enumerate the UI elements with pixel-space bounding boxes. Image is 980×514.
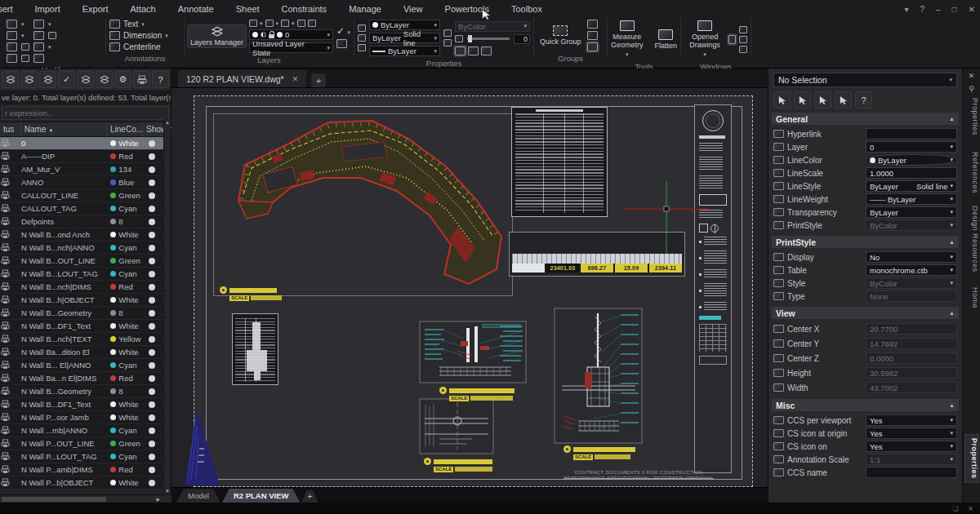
- restore-icon[interactable]: ❏: [952, 505, 958, 512]
- modify-tool-icon[interactable]: [7, 20, 17, 29]
- layer-row[interactable]: AM_Mur_V 134: [0, 163, 171, 176]
- layer-row[interactable]: N Wall Ba...dition El White: [0, 346, 171, 359]
- layer-show-toggle[interactable]: [143, 441, 161, 447]
- property-value[interactable]: 1.0000 ▾: [866, 167, 957, 179]
- fill-color-icon[interactable]: [358, 24, 366, 32]
- modify-tool-icon[interactable]: [7, 42, 17, 51]
- help-button[interactable]: ?: [855, 91, 872, 109]
- modify-tool-icon[interactable]: [21, 43, 29, 51]
- layer-show-toggle[interactable]: [143, 219, 161, 225]
- menu-item[interactable]: Constraints: [281, 4, 327, 14]
- opened-drawings-button[interactable]: Opened Drawings▾: [684, 20, 725, 60]
- layer-color-swatch[interactable]: [107, 297, 118, 303]
- property-value[interactable]: 0.0000 ▾: [866, 352, 957, 364]
- tab-properties-active[interactable]: Properties: [964, 434, 979, 483]
- layer-tool-icon[interactable]: [297, 20, 305, 27]
- layer-color-swatch[interactable]: [107, 166, 118, 172]
- scroll-right-icon[interactable]: ▶: [156, 496, 160, 502]
- property-value[interactable]: —— ByLayer ▾: [866, 193, 957, 205]
- layer-show-toggle[interactable]: [143, 375, 161, 382]
- layer-show-toggle[interactable]: [143, 336, 161, 343]
- layer-row[interactable]: CALLOUT_TAG Cyan: [0, 202, 171, 215]
- column-status[interactable]: tus: [0, 122, 21, 136]
- layer-show-toggle[interactable]: [143, 140, 161, 147]
- layer-row[interactable]: ANNO Blue: [0, 176, 171, 189]
- layer-row[interactable]: 0 White: [0, 137, 171, 150]
- layer-color-swatch[interactable]: [107, 401, 118, 407]
- layer-color-swatch[interactable]: [107, 467, 118, 472]
- layer-color-swatch[interactable]: [107, 480, 118, 485]
- property-value[interactable]: 30.5982 ▾: [866, 367, 957, 379]
- layer-color-swatch[interactable]: [107, 271, 118, 277]
- collapse-icon[interactable]: ▲: [949, 310, 955, 316]
- layer-color-swatch[interactable]: [107, 258, 118, 264]
- select-previous-button[interactable]: [835, 91, 852, 109]
- menu-item[interactable]: View: [403, 4, 423, 14]
- layer-color-swatch[interactable]: [107, 206, 118, 211]
- layer-show-toggle[interactable]: [143, 193, 161, 199]
- layer-row[interactable]: N Wall P...oor Jamb White: [0, 411, 171, 424]
- layer-row[interactable]: A------DIP Red: [0, 150, 171, 163]
- modify-tool-icon[interactable]: [7, 31, 17, 40]
- property-value[interactable]: ▾: [866, 128, 957, 140]
- vertical-scrollbar[interactable]: ▲▼: [163, 119, 171, 494]
- purge-layer-button[interactable]: [96, 71, 113, 88]
- tab-home[interactable]: Home: [964, 287, 979, 308]
- section-header-view[interactable]: View ▲: [772, 307, 959, 319]
- close-tab-icon[interactable]: ✕: [292, 75, 299, 83]
- layer-row[interactable]: CALLOUT_LINE Green: [0, 189, 171, 202]
- property-value[interactable]: None ▾: [866, 290, 957, 302]
- paste-properties-icon[interactable]: [481, 47, 492, 55]
- delete-layer-button[interactable]: [20, 71, 38, 88]
- layer-row[interactable]: N Wall B...LOUT_TAG Cyan: [0, 268, 171, 281]
- quick-group-button[interactable]: Quick Group: [537, 24, 584, 47]
- scroll-up-icon[interactable]: ▲: [165, 120, 170, 125]
- new-sheet-button[interactable]: +: [301, 490, 318, 503]
- column-show[interactable]: Show: [143, 122, 161, 136]
- select-entities-button[interactable]: [773, 91, 791, 109]
- menu-item[interactable]: Manage: [349, 4, 381, 14]
- flatten-button[interactable]: Flatten: [653, 29, 680, 51]
- switch-window-icon[interactable]: [728, 35, 736, 44]
- layer-row[interactable]: N Wall P...amb|DIMS Red: [0, 463, 171, 476]
- layer-show-toggle[interactable]: [143, 166, 161, 173]
- layer-color-swatch[interactable]: [107, 179, 118, 185]
- property-value[interactable]: ByLayer ▾: [866, 154, 957, 166]
- close-button[interactable]: ✕: [969, 5, 975, 14]
- layer-row[interactable]: N Wall B...DF1_Text White: [0, 398, 171, 411]
- layer-show-toggle[interactable]: [143, 388, 161, 395]
- property-value[interactable]: ByLayer Solid line ▾: [866, 180, 957, 192]
- menu-item[interactable]: Insert: [0, 4, 13, 14]
- layer-row[interactable]: Defpoints 8: [0, 215, 171, 228]
- modify-tool-icon[interactable]: [21, 55, 29, 62]
- modify-tool-icon[interactable]: [7, 54, 17, 63]
- preview-button[interactable]: [133, 71, 150, 88]
- property-value[interactable]: ByColor ▾: [866, 219, 957, 231]
- tab-r2-plan-view[interactable]: R2 PLAN VIEW: [222, 489, 301, 503]
- linestyle-dropdown[interactable]: ByLayerSolid line▾: [369, 33, 440, 43]
- collapse-icon[interactable]: ▲: [949, 239, 955, 245]
- layer-previous-button[interactable]: [336, 39, 347, 48]
- layer-row[interactable]: N Wall B... El|ANNO Cyan: [0, 359, 171, 372]
- layer-show-toggle[interactable]: [143, 454, 161, 460]
- property-value[interactable]: ByColor ▾: [866, 277, 957, 289]
- match-properties-icon[interactable]: [455, 47, 466, 55]
- layer-show-toggle[interactable]: [143, 206, 161, 212]
- property-value[interactable]: ByLayer ▾: [866, 206, 957, 218]
- property-value[interactable]: Yes ▾: [866, 441, 957, 452]
- property-value[interactable]: 14.7692 ▾: [866, 338, 957, 349]
- layer-states-button[interactable]: [77, 71, 94, 88]
- layer-show-toggle[interactable]: [143, 271, 161, 277]
- scroll-down-icon[interactable]: ▼: [165, 489, 170, 494]
- scrollbar-thumb[interactable]: [2, 497, 106, 502]
- menu-item[interactable]: Import: [35, 4, 60, 14]
- layer-show-toggle[interactable]: [143, 480, 161, 486]
- measure-geometry-button[interactable]: Measure Geometry▾: [608, 20, 646, 60]
- help-button[interactable]: ?: [152, 71, 169, 88]
- menu-item[interactable]: Sheet: [236, 4, 260, 14]
- layer-show-toggle[interactable]: [143, 401, 161, 408]
- column-name[interactable]: Name▲: [21, 122, 107, 136]
- layer-show-toggle[interactable]: [143, 467, 161, 473]
- help-button[interactable]: ?: [920, 5, 924, 14]
- property-value[interactable]: monochrome.ctb ▾: [866, 264, 957, 276]
